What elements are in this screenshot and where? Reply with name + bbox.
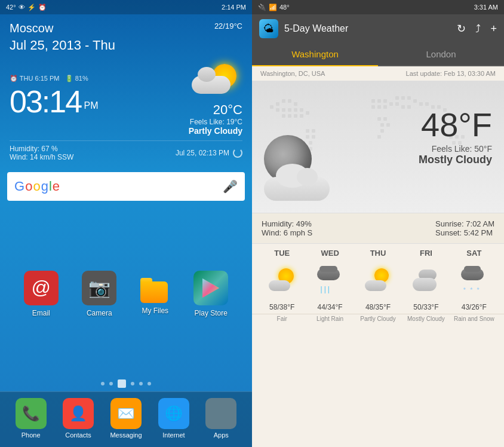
app-item-playstore[interactable]: Play Store: [193, 271, 228, 317]
weather-date: Jul 25, 2013 - Thu: [10, 38, 242, 53]
fair-icon: [269, 267, 295, 293]
ampm-display: PM: [84, 100, 99, 110]
time-display: 03:14: [10, 84, 81, 119]
cloud-layer: [264, 165, 336, 201]
svg-rect-2: [276, 102, 279, 106]
notification-icon: 📶: [269, 4, 277, 11]
cloud-big: [264, 177, 330, 201]
moon-cloud-weather: [264, 135, 336, 201]
contacts-icon: 👤: [63, 398, 94, 429]
email-label: Email: [32, 309, 50, 317]
dock-item-contacts[interactable]: 👤 Contacts: [63, 398, 94, 439]
refresh-button[interactable]: ↻: [457, 22, 466, 35]
usb-icon: 🔌: [258, 4, 266, 11]
folder-body: [140, 281, 168, 303]
dot-3: [131, 382, 134, 385]
svg-rect-33: [401, 105, 405, 109]
svg-marker-0: [202, 278, 219, 298]
files-icon: [140, 273, 170, 303]
forecast-desc-3: Mostly Cloudy: [402, 316, 450, 322]
svg-rect-36: [383, 117, 387, 121]
forecast-icons: ||| * * *: [252, 260, 504, 301]
svg-rect-5: [294, 102, 297, 106]
snow-rain-icon: * * *: [461, 266, 487, 295]
alarm-info: ⏰ THU 6:15 PM 🔋 81%: [10, 75, 99, 82]
google-logo: Google: [14, 179, 223, 194]
forecast-day-1: WED: [306, 249, 354, 258]
weather-details: Humidity: 67 % Wind: 14 km/h SSW Jul 25,…: [10, 140, 242, 161]
status-time-left: 2:14 PM: [222, 4, 246, 11]
files-label: My Files: [142, 307, 168, 315]
feels-like-display: Feels Like: 50°F: [419, 144, 492, 154]
forecast-temp-1: 44/34°F: [306, 303, 354, 311]
forecast-desc-4: Rain and Snow: [450, 316, 498, 322]
weather-left-info: ⏰ THU 6:15 PM 🔋 81% 03:14 PM: [10, 75, 99, 120]
weather-left-details: Humidity: 67 % Wind: 14 km/h SSW: [10, 145, 73, 161]
dock-item-phone[interactable]: 📞 Phone: [16, 398, 47, 439]
header-actions: ↻ ⤴ +: [457, 22, 497, 35]
share-button[interactable]: ⤴: [475, 23, 481, 35]
right-panel: 🔌 📶 48° 3:31 AM 🌤 5-Day Weather ↻ ⤴ + Wa…: [252, 0, 504, 447]
microphone-icon[interactable]: 🎤: [223, 179, 238, 194]
tab-washington[interactable]: Washington: [252, 43, 378, 66]
forecast-descriptions: Fair Light Rain Partly Cloudy Mostly Clo…: [252, 314, 504, 327]
dock-item-apps[interactable]: Apps: [205, 398, 236, 439]
apps-label: Apps: [214, 431, 229, 439]
contacts-label: Contacts: [65, 431, 91, 439]
weather-right-details: Jul 25, 02:13 PM: [176, 145, 242, 161]
left-panel: 42° 👁 ⚡ ⏰ 2:14 PM Moscow 22/19°C Jul 25,…: [0, 0, 252, 447]
google-search-bar[interactable]: Google 🎤: [7, 172, 245, 201]
dot-4: [139, 382, 143, 385]
svg-rect-16: [371, 99, 375, 103]
forecast-day-0: TUE: [258, 249, 306, 258]
messaging-icon: ✉️: [110, 398, 142, 429]
svg-rect-14: [300, 114, 303, 118]
status-bar-left: 42° 👁 ⚡ ⏰ 2:14 PM: [0, 0, 252, 14]
camera-label: Camera: [87, 309, 112, 317]
svg-rect-9: [294, 108, 297, 112]
add-button[interactable]: +: [490, 23, 497, 35]
weather-right-info: 20°C Feels Like: 19°C Partly Cloudy: [189, 58, 242, 136]
phone-label: Phone: [21, 431, 41, 439]
forecast-temp-0: 58/38°F: [258, 303, 306, 311]
forecast-temp-2: 48/35°F: [354, 303, 402, 311]
rain-icon: |||: [317, 266, 343, 295]
refresh-icon[interactable]: [233, 148, 242, 158]
app-header: 🌤 5-Day Weather ↻ ⤴ +: [252, 14, 504, 43]
playstore-label: Play Store: [195, 309, 228, 317]
forecast-icon-4: * * *: [450, 262, 498, 298]
svg-rect-19: [371, 105, 375, 109]
cloudy-icon: [413, 267, 439, 293]
playstore-icon: [193, 271, 228, 305]
svg-rect-35: [377, 117, 381, 121]
dock: 📞 Phone 👤 Contacts ✉️ Messaging 🌐 Intern…: [0, 391, 252, 447]
home-dot: [118, 379, 126, 388]
weather-stats: Humidity: 49% Wind: 6 mph S Sunrise: 7:0…: [252, 213, 504, 244]
email-icon: @: [24, 271, 59, 305]
forecast-icon-1: |||: [306, 262, 354, 298]
svg-rect-37: [380, 123, 384, 127]
forecast-day-3: FRI: [402, 249, 450, 258]
weather-icon: [189, 58, 242, 100]
page-indicators: [0, 376, 252, 391]
svg-rect-32: [395, 102, 399, 106]
forecast-temp-3: 50/33°F: [402, 303, 450, 311]
svg-rect-8: [288, 108, 291, 112]
svg-rect-20: [377, 105, 381, 109]
svg-rect-4: [288, 99, 291, 103]
app-item-files[interactable]: My Files: [140, 273, 170, 315]
svg-rect-10: [300, 108, 303, 112]
app-item-email[interactable]: @ Email: [24, 271, 59, 317]
svg-rect-13: [294, 114, 297, 118]
svg-rect-34: [407, 105, 411, 109]
condition-display: Mostly Cloudy: [419, 154, 492, 166]
dock-item-messaging[interactable]: ✉️ Messaging: [110, 398, 142, 439]
svg-rect-42: [312, 129, 315, 133]
forecast-icon-3: [402, 262, 450, 298]
svg-rect-25: [407, 96, 411, 100]
dock-item-internet[interactable]: 🌐 Internet: [158, 398, 189, 439]
forecast-temps: 58/38°F 44/34°F 48/35°F 50/33°F 43/26°F: [252, 301, 504, 314]
play-triangle-svg: [201, 277, 220, 299]
app-item-camera[interactable]: 📷 Camera: [82, 271, 116, 317]
tab-london[interactable]: London: [378, 43, 504, 66]
